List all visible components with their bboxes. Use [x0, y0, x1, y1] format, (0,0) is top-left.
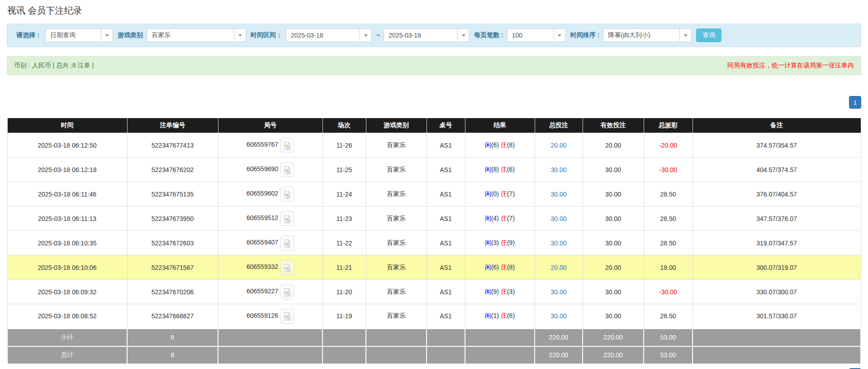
- result-player-score: (3): [491, 239, 499, 246]
- search-button[interactable]: 查询: [696, 29, 721, 42]
- sum-label: 总计: [7, 346, 127, 364]
- cell-payout: -20.00: [644, 133, 693, 158]
- result-player-score: (1): [491, 312, 499, 319]
- video-replay-button[interactable]: [280, 211, 294, 226]
- col-valid-bet: 有效投注: [583, 118, 644, 133]
- pagination-top: 1: [7, 96, 861, 109]
- cell-result: 闲(1) 庄(6): [465, 304, 535, 329]
- cell-bet-id: 522347672603: [127, 231, 218, 255]
- cell-game: 百家乐: [366, 231, 427, 255]
- game-category-select[interactable]: 百家乐: [147, 29, 246, 42]
- cell-result: 闲(8) 庄(6): [465, 158, 535, 182]
- time-sort-label: 时间排序 :: [570, 31, 600, 39]
- cell-result: 闲(6) 庄(8): [465, 255, 535, 280]
- date-from-value: 2025-03-18: [286, 32, 360, 39]
- cell-valid-bet: 30.00: [583, 182, 644, 206]
- table-header-row: 时间 注单编号 局号 场次 游戏类别 桌号 结果 总投注 有效投注 总派彩 备注: [7, 118, 861, 133]
- chevron-down-icon: [679, 29, 691, 42]
- time-sort-select[interactable]: 降幂(由大到小): [603, 29, 692, 42]
- result-player-score: (4): [491, 215, 499, 222]
- query-type-select[interactable]: 日期查询: [45, 29, 113, 42]
- total-bet-link[interactable]: 30.00: [550, 166, 566, 173]
- result-banker-label: 庄: [501, 190, 507, 197]
- cell-result: 闲(4) 庄(7): [465, 206, 535, 231]
- cell-round: 606559602: [218, 182, 323, 206]
- filter-panel: 请选择： 日期查询 游戏类别 百家乐 时间区间： 2025-03-18 ~ 20…: [7, 24, 861, 47]
- cell-valid-bet: 20.00: [583, 255, 644, 280]
- total-bet-link[interactable]: 20.00: [550, 264, 566, 271]
- game-category-value: 百家乐: [147, 31, 234, 39]
- cell-time: 2025-03-18 06:10:06: [7, 255, 127, 280]
- cell-game: 百家乐: [366, 206, 427, 231]
- page-title: 视讯 会员下注纪录: [7, 5, 868, 17]
- video-replay-button[interactable]: [280, 284, 294, 299]
- cell-bet-id: 522347673950: [127, 206, 218, 231]
- cell-payout: -30.00: [644, 158, 693, 182]
- date-to-select[interactable]: 2025-03-18: [384, 29, 470, 42]
- col-time: 时间: [7, 118, 127, 133]
- cell-total-bet: 30.00: [535, 206, 583, 231]
- result-player-score: (9): [491, 288, 499, 295]
- total-bet-link[interactable]: 30.00: [550, 312, 566, 320]
- cell-game: 百家乐: [366, 158, 427, 182]
- cell-round: 606559126: [218, 304, 323, 329]
- video-replay-button[interactable]: [280, 309, 294, 324]
- cell-payout: 28.50: [644, 304, 693, 329]
- result-player-score: (6): [491, 264, 499, 271]
- summary-note: 同局有效投注，统一计算在该局第一张注单内: [727, 62, 854, 70]
- range-separator: ~: [376, 32, 380, 39]
- cell-payout: 28.50: [644, 231, 693, 255]
- cell-table: AS1: [427, 182, 465, 206]
- cell-bet-id: 522347675135: [127, 182, 218, 206]
- table-row: 2025-03-18 06:12:50522347677413606559767…: [7, 133, 861, 158]
- result-player-label: 闲: [485, 264, 491, 271]
- per-page-select[interactable]: 100: [507, 29, 566, 42]
- cell-bet-id: 522347671567: [127, 255, 218, 280]
- video-replay-button[interactable]: [280, 260, 294, 275]
- col-table: 桌号: [427, 118, 465, 133]
- video-replay-button[interactable]: [280, 138, 294, 153]
- result-banker-score: (6): [507, 312, 515, 319]
- date-from-select[interactable]: 2025-03-18: [286, 29, 372, 42]
- cell-remark: 301.57/330.07: [693, 304, 861, 329]
- total-bet-link[interactable]: 30.00: [550, 288, 566, 296]
- cell-round: 606559767: [218, 133, 323, 158]
- result-player-label: 闲: [485, 190, 491, 197]
- cell-result: 闲(0) 庄(7): [465, 182, 535, 206]
- total-bet-link[interactable]: 30.00: [550, 240, 566, 247]
- video-replay-button[interactable]: [280, 235, 294, 250]
- result-banker-label: 庄: [501, 264, 507, 271]
- video-file-icon: [283, 288, 291, 297]
- result-banker-label: 庄: [501, 239, 507, 246]
- table-body: 2025-03-18 06:12:50522347677413606559767…: [7, 133, 861, 364]
- total-bet-link[interactable]: 20.00: [550, 142, 566, 149]
- sum-payout: 53.00: [644, 329, 693, 346]
- total-bet-link[interactable]: 30.00: [550, 191, 566, 198]
- cell-remark: 374.57/354.57: [693, 133, 861, 158]
- chevron-down-icon: [234, 29, 246, 42]
- total-bet-link[interactable]: 30.00: [550, 215, 566, 222]
- sum-count: 8: [127, 346, 218, 364]
- cell-bet-id: 522347670206: [127, 280, 218, 304]
- result-banker-score: (8): [507, 141, 515, 149]
- cell-session: 11-22: [323, 231, 366, 255]
- round-number: 606559407: [247, 239, 278, 246]
- cell-time: 2025-03-18 06:08:52: [7, 304, 127, 329]
- cell-time: 2025-03-18 06:11:13: [7, 206, 127, 231]
- date-to-value: 2025-03-18: [384, 32, 457, 39]
- video-replay-button[interactable]: [280, 162, 294, 177]
- table-row: 2025-03-18 06:10:06522347671567606559332…: [7, 255, 861, 280]
- cell-total-bet: 30.00: [535, 304, 583, 329]
- video-file-icon: [283, 239, 291, 248]
- cell-bet-id: 522347676202: [127, 158, 218, 182]
- cell-valid-bet: 30.00: [583, 158, 644, 182]
- cell-game: 百家乐: [366, 255, 427, 280]
- video-replay-button[interactable]: [280, 187, 294, 201]
- cell-total-bet: 20.00: [535, 255, 583, 280]
- page-1-button[interactable]: 1: [849, 96, 861, 109]
- cell-session: 11-19: [323, 304, 366, 329]
- cell-game: 百家乐: [366, 280, 427, 304]
- chevron-down-icon: [457, 29, 469, 42]
- round-number: 606559227: [247, 288, 278, 295]
- cell-game: 百家乐: [366, 133, 427, 158]
